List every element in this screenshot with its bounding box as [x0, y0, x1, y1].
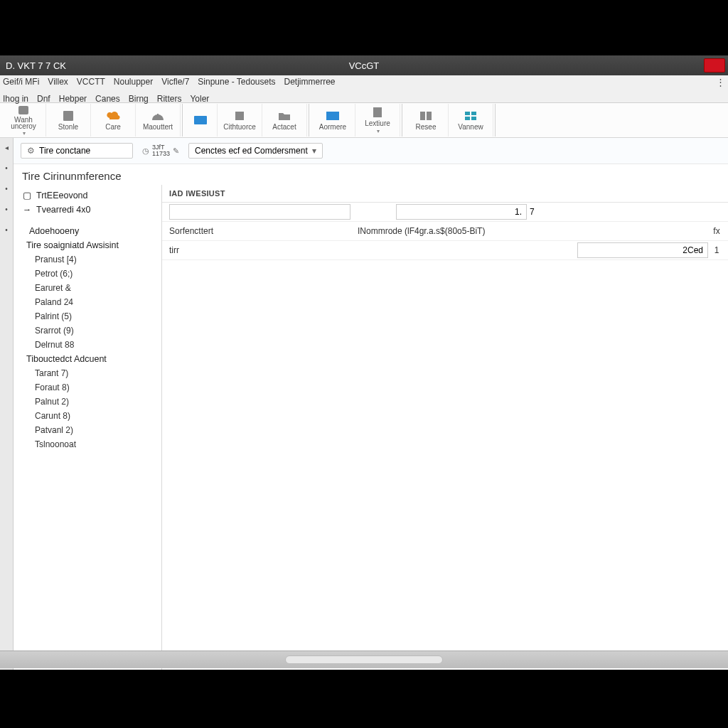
- tree-label: Foraut 8): [35, 382, 70, 392]
- tree-group-head[interactable]: Adoehooeny: [14, 224, 161, 238]
- breadcrumb-box[interactable]: ⚙ Tire conctane: [21, 143, 133, 159]
- cloud-icon: [106, 109, 120, 122]
- menu-item[interactable]: Dnf: [37, 94, 50, 104]
- form-input-right[interactable]: [577, 242, 708, 258]
- menu-item[interactable]: Canes: [95, 94, 120, 104]
- laptop-bezel: [0, 651, 728, 668]
- tree-item[interactable]: Carunt 8): [14, 409, 161, 423]
- rail-dot-icon[interactable]: •: [5, 185, 8, 193]
- card-icon: [193, 114, 208, 127]
- tree-item[interactable]: ▢ TrtEEeovond: [14, 188, 161, 203]
- menu-item[interactable]: Detjimmerree: [284, 77, 336, 87]
- tree-label: Paland 24: [35, 297, 73, 307]
- ribbon-button[interactable]: Wanh unceroy ▾: [1, 104, 46, 136]
- tree-item[interactable]: Tarant 7): [14, 366, 161, 380]
- tree-label: TrtEEeovond: [36, 191, 88, 200]
- workspace: ◂ • • • • ⚙ Tire conctane ◷ 3JfT 11733 ✎…: [0, 138, 728, 670]
- menu-item[interactable]: Villex: [48, 77, 68, 87]
- menu-item[interactable]: Noulupper: [114, 77, 153, 87]
- svg-rect-9: [373, 107, 382, 117]
- svg-rect-4: [235, 112, 244, 120]
- menu-item[interactable]: Sinpune - Tedousets: [198, 77, 275, 87]
- tree-item[interactable]: Srarrot (9): [14, 323, 161, 338]
- menu-item[interactable]: Geif/i MFi: [3, 77, 39, 87]
- doc-icon: ▢: [22, 190, 32, 200]
- tree-label: Palnut 2): [35, 397, 69, 407]
- ribbon-button[interactable]: Lextiure ▾: [355, 104, 400, 136]
- rail-dot-icon[interactable]: •: [5, 226, 8, 234]
- form-header: IAD IWESIUST: [162, 185, 728, 203]
- ribbon-separator: [495, 104, 496, 136]
- rail-dot-icon[interactable]: •: [5, 164, 8, 172]
- svg-rect-1: [63, 111, 73, 121]
- menu-bar: Geif/i MFi Villex VCCTT Noulupper Vicfle…: [0, 75, 728, 103]
- table-icon: [326, 109, 340, 122]
- form-area: IAD IWESIUST 7 Sorfencttert IN: [162, 185, 728, 670]
- context-dropdown[interactable]: Cenctes ecf ed Comdersment ▾: [188, 143, 323, 159]
- svg-rect-11: [427, 112, 432, 120]
- menu-item[interactable]: Ihog in: [3, 94, 28, 104]
- form-label-left: Sorfencttert: [162, 226, 358, 236]
- columns-icon: [419, 109, 433, 122]
- rail-dot-icon[interactable]: •: [5, 205, 8, 213]
- tree-item[interactable]: Tslnoonoat: [14, 437, 161, 451]
- dropdown-label: Cenctes ecf ed Comdersment: [195, 146, 308, 156]
- form-label-left: tirr: [162, 245, 358, 255]
- menu-item[interactable]: Vicfle/7: [161, 77, 189, 87]
- svg-rect-5: [237, 113, 238, 114]
- ribbon-label: Aormere: [319, 123, 346, 131]
- menu-item[interactable]: Yoler: [190, 94, 209, 104]
- ribbon-button[interactable]: Actacet: [262, 104, 307, 136]
- ribbon-button[interactable]: Vannew: [449, 104, 493, 136]
- tree-label: Tire soaigniatd Awsisint: [26, 240, 119, 250]
- tree-item[interactable]: Earuret &: [14, 281, 161, 295]
- ribbon-label: Resee: [416, 123, 437, 131]
- folder-icon: [277, 109, 291, 122]
- tree-label: Petrot (6;): [35, 269, 73, 279]
- form-suffix[interactable]: fx: [711, 226, 722, 236]
- menu-item[interactable]: Ritters: [157, 94, 182, 104]
- svg-rect-3: [194, 116, 207, 124]
- rail-chevron-icon[interactable]: ◂: [5, 144, 9, 151]
- tree-item[interactable]: Petrot (6;): [14, 267, 161, 281]
- ribbon-button[interactable]: Stonle: [46, 104, 91, 136]
- menu-item[interactable]: Hebper: [59, 94, 87, 104]
- ribbon-button[interactable]: Cithtuorce: [218, 104, 262, 136]
- split-pane: ▢ TrtEEeovond → Tvearredi 4x0 Adoehooeny…: [14, 185, 728, 670]
- ribbon-button[interactable]: [184, 104, 218, 136]
- menu-item[interactable]: VCCTT: [77, 77, 105, 87]
- tree-item[interactable]: Delrnut 88: [14, 338, 161, 352]
- tree-label: Carunt 8): [35, 411, 70, 421]
- ribbon-button[interactable]: Care: [91, 104, 136, 136]
- tree-item[interactable]: Palrint (5): [14, 309, 161, 323]
- tree-item[interactable]: Foraut 8): [14, 380, 161, 395]
- ribbon-button[interactable]: Maouttert: [136, 104, 181, 136]
- ribbon-button[interactable]: Aormere: [311, 104, 355, 136]
- tree-item[interactable]: → Tvearredi 4x0: [14, 203, 161, 217]
- form-row: 7: [162, 203, 728, 222]
- ribbon-button[interactable]: Resee: [404, 104, 449, 136]
- close-button[interactable]: [704, 58, 725, 73]
- menu-item[interactable]: Birng: [129, 94, 149, 104]
- wrench-icon: ✎: [173, 146, 179, 156]
- tree-group-head[interactable]: Tibouctedct Adcuent: [14, 352, 161, 366]
- form-suffix: 1: [711, 245, 722, 255]
- form-input-right[interactable]: [396, 204, 527, 220]
- mini-readout[interactable]: ◷ 3JfT 11733 ✎: [139, 142, 183, 159]
- form-right-label: INommrode (lF4gr.a.s$(80o5-BiT): [358, 226, 708, 236]
- tree-label: Earuret &: [35, 283, 71, 293]
- wrench-icon: [16, 104, 31, 116]
- svg-rect-6: [240, 113, 241, 114]
- section-title: Tire Cirinunmference: [14, 164, 728, 185]
- ribbon-separator: [309, 104, 309, 136]
- tree-item[interactable]: Palnut 2): [14, 395, 161, 409]
- tree-item[interactable]: Pranust [4): [14, 252, 161, 267]
- menu-overflow-icon[interactable]: ⋮: [716, 77, 725, 87]
- gear-icon: ⚙: [27, 146, 35, 156]
- grid-icon: [464, 109, 478, 122]
- tree-label: Patvanl 2): [35, 425, 73, 435]
- tree-item[interactable]: Paland 24: [14, 295, 161, 309]
- tree-item[interactable]: Patvanl 2): [14, 423, 161, 437]
- tree-group-subhead[interactable]: Tire soaigniatd Awsisint: [14, 238, 161, 252]
- form-input-left[interactable]: [169, 204, 350, 220]
